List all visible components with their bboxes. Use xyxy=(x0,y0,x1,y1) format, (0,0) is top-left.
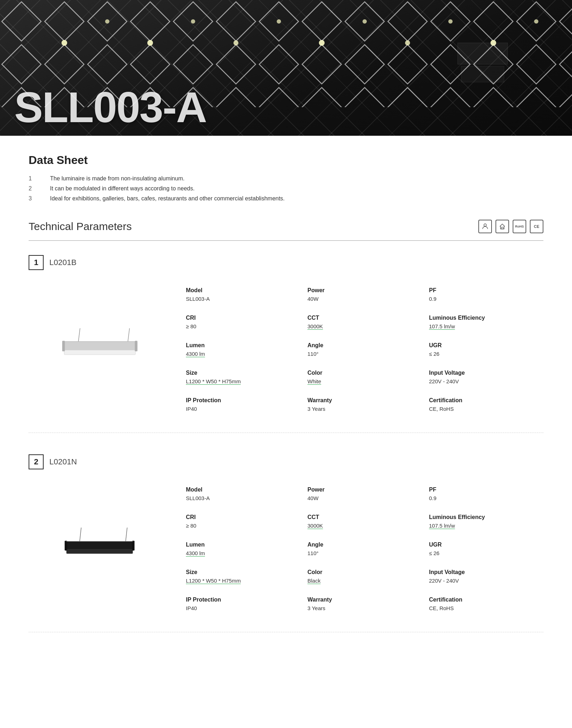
spec-cell: Input Voltage 220V - 240V xyxy=(422,563,543,590)
svg-point-9 xyxy=(363,19,367,24)
spec-cell: Color Black xyxy=(300,563,422,590)
main-content: Data Sheet 1The luminaire is made from n… xyxy=(0,136,572,672)
spec-cell: Certification CE, RoHS xyxy=(422,590,543,618)
spec-label: CRI xyxy=(186,514,293,520)
svg-rect-29 xyxy=(132,540,134,550)
spec-value: 107.5 lm/w xyxy=(429,323,536,329)
feature-item: 2It can be modulated in different ways a… xyxy=(29,185,543,192)
spec-cell: Warranty 3 Years xyxy=(300,590,422,618)
hero-product-title: SLL003-A xyxy=(14,86,206,129)
luminaire-white-svg xyxy=(39,328,154,371)
spec-label: Input Voltage xyxy=(429,370,536,376)
spec-value: 107.5 lm/w xyxy=(429,523,536,529)
spec-label: IP Protection xyxy=(186,397,293,404)
spec-value: 110° xyxy=(307,550,415,556)
spec-label: Certification xyxy=(429,397,536,404)
svg-line-18 xyxy=(78,328,80,341)
technical-title: Technical Parameters xyxy=(29,220,132,233)
spec-value: 0.9 xyxy=(429,495,536,501)
svg-rect-23 xyxy=(135,341,137,351)
spec-value: CE, RoHS xyxy=(429,605,536,611)
feature-text: The luminaire is made from non-insulatin… xyxy=(50,175,184,182)
spec-value: 0.9 xyxy=(429,296,536,302)
features-list: 1The luminaire is made from non-insulati… xyxy=(29,175,543,202)
technical-header: Technical Parameters RoHS CE xyxy=(29,220,543,233)
svg-rect-14 xyxy=(458,43,508,64)
spec-cell: UGR ≤ 26 xyxy=(422,336,543,363)
svg-rect-26 xyxy=(66,541,133,550)
product-block-1: 1 L0201B Model SLL003-A Power 40W xyxy=(29,255,543,433)
product-specs-grid: Model SLL003-A Power 40W PF 0.9 CRI ≥ 80… xyxy=(164,480,543,618)
spec-cell: Size L1200 * W50 * H75mm xyxy=(179,363,300,391)
product-header: 2 L0201N xyxy=(29,454,543,469)
product-image-area xyxy=(29,281,164,418)
spec-cell: Warranty 3 Years xyxy=(300,391,422,418)
spec-label: Angle xyxy=(307,542,415,548)
spec-label: Input Voltage xyxy=(429,569,536,575)
spec-value: 4300 lm xyxy=(186,550,293,556)
product-model-label: L0201B xyxy=(49,258,77,267)
spec-value: IP40 xyxy=(186,406,293,412)
svg-point-2 xyxy=(61,40,67,46)
spec-value: 40W xyxy=(307,296,415,302)
spec-value: 3000K xyxy=(307,523,415,529)
spec-cell: CRI ≥ 80 xyxy=(179,308,300,336)
spec-cell: CCT 3000K xyxy=(300,308,422,336)
spec-cell: Power 40W xyxy=(300,281,422,308)
spec-label: Model xyxy=(186,287,293,294)
spec-label: CRI xyxy=(186,315,293,321)
product-image-area xyxy=(29,480,164,618)
spec-label: Size xyxy=(186,370,293,376)
spec-cell: PF 0.9 xyxy=(422,281,543,308)
spec-cell: Input Voltage 220V - 240V xyxy=(422,363,543,391)
spec-cell: CRI ≥ 80 xyxy=(179,508,300,535)
svg-point-4 xyxy=(147,40,153,46)
spec-value: ≥ 80 xyxy=(186,523,293,529)
cert-icon-home xyxy=(495,220,509,233)
datasheet-title: Data Sheet xyxy=(29,154,543,167)
spec-value: 3 Years xyxy=(307,406,415,412)
technical-divider xyxy=(29,240,543,241)
product-num-box: 2 xyxy=(29,454,44,469)
spec-cell: Size L1200 * W50 * H75mm xyxy=(179,563,300,590)
products-container: 1 L0201B Model SLL003-A Power 40W xyxy=(29,255,543,632)
svg-line-24 xyxy=(80,528,81,542)
spec-cell: IP Protection IP40 xyxy=(179,590,300,618)
spec-label: Luminous Efficiency xyxy=(429,514,536,520)
spec-label: Model xyxy=(186,487,293,493)
spec-value: SLL003-A xyxy=(186,495,293,501)
svg-point-6 xyxy=(233,40,238,45)
spec-cell: Certification CE, RoHS xyxy=(422,391,543,418)
feature-num: 3 xyxy=(29,195,39,202)
svg-point-11 xyxy=(448,19,453,24)
spec-label: Warranty xyxy=(307,597,415,603)
svg-point-13 xyxy=(534,19,538,24)
svg-point-10 xyxy=(405,40,410,45)
spec-cell: UGR ≤ 26 xyxy=(422,535,543,563)
spec-value: ≥ 80 xyxy=(186,323,293,329)
spec-value: 4300 lm xyxy=(186,351,293,357)
spec-value: IP40 xyxy=(186,605,293,611)
product-num-box: 1 xyxy=(29,255,44,270)
product-body: Model SLL003-A Power 40W PF 0.9 CRI ≥ 80… xyxy=(29,480,543,618)
feature-item: 1The luminaire is made from non-insulati… xyxy=(29,175,543,182)
spec-value: 3000K xyxy=(307,323,415,329)
svg-line-25 xyxy=(125,528,127,542)
spec-cell: Lumen 4300 lm xyxy=(179,336,300,363)
spec-label: UGR xyxy=(429,342,536,349)
spec-value: ≤ 26 xyxy=(429,550,536,556)
spec-label: CCT xyxy=(307,315,415,321)
hero-section: SLL003-A xyxy=(0,0,572,136)
spec-label: IP Protection xyxy=(186,597,293,603)
spec-label: Luminous Efficiency xyxy=(429,315,536,321)
spec-value: L1200 * W50 * H75mm xyxy=(186,578,293,584)
spec-cell: Color White xyxy=(300,363,422,391)
spec-label: Lumen xyxy=(186,342,293,349)
spec-label: Color xyxy=(307,569,415,575)
svg-point-7 xyxy=(277,19,281,24)
spec-cell: Model SLL003-A xyxy=(179,480,300,508)
spec-label: Power xyxy=(307,487,415,493)
product-model-label: L0201N xyxy=(49,457,77,467)
spec-cell: Angle 110° xyxy=(300,535,422,563)
svg-rect-15 xyxy=(461,66,504,82)
